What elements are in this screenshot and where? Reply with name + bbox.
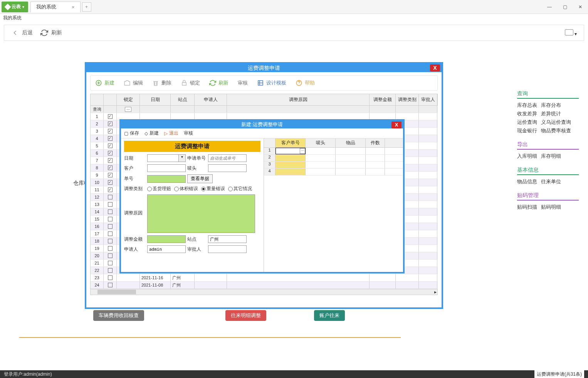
col-approver[interactable]: 审批人 — [419, 94, 437, 105]
checkbox[interactable] — [108, 143, 113, 148]
checkbox[interactable] — [108, 231, 113, 236]
sidebar-link[interactable]: 库存总表 — [517, 102, 537, 109]
main-window-close[interactable]: X — [430, 64, 440, 71]
ellipsis-icon[interactable]: ··· — [300, 148, 305, 154]
col-amount[interactable]: 调整金额 — [370, 94, 396, 105]
applyno-input[interactable] — [208, 154, 247, 162]
scroll-right-icon[interactable]: ▸ — [434, 289, 437, 295]
checkbox[interactable] — [108, 224, 113, 229]
edit-button[interactable]: 编辑 — [124, 79, 143, 86]
new-button[interactable]: 新建 — [95, 79, 114, 86]
sidebar-link[interactable]: 义乌运价查询 — [541, 119, 571, 126]
customer-input[interactable] — [147, 164, 186, 172]
close-button[interactable]: ✕ — [573, 2, 588, 12]
sidebar-link[interactable]: 往来单位 — [541, 178, 561, 185]
checkbox[interactable] — [108, 195, 113, 199]
pill-vehicle[interactable]: 车辆费用收回核查 — [93, 310, 144, 321]
checkbox[interactable] — [108, 173, 113, 177]
detail-row[interactable]: 2 — [264, 155, 403, 162]
checkbox[interactable] — [108, 283, 113, 287]
audit-button-dlg[interactable]: 审核 — [184, 130, 193, 137]
dh-qty[interactable]: 件数 — [366, 138, 385, 147]
keyboard-button[interactable]: ▾ — [565, 29, 577, 37]
checkbox[interactable] — [108, 114, 113, 119]
tab-my-system[interactable]: 我的系统 × — [30, 2, 81, 12]
horizontal-scrollbar[interactable]: ▸ — [90, 289, 438, 295]
checkbox[interactable] — [108, 268, 113, 273]
col-lock[interactable]: 锁定 — [117, 94, 140, 105]
sidebar-link[interactable]: 库存分布 — [541, 102, 561, 109]
radio-volume[interactable]: 体积错误 — [174, 186, 198, 192]
lock-button[interactable]: 锁定 — [181, 79, 200, 86]
sidebar-link[interactable]: 物品信息 — [517, 178, 537, 185]
checkbox[interactable] — [108, 129, 113, 133]
close-icon[interactable]: × — [72, 4, 75, 10]
detail-row[interactable]: 1··· — [264, 148, 403, 155]
checkbox[interactable] — [108, 246, 113, 251]
checkbox[interactable] — [108, 209, 113, 214]
checkbox[interactable] — [108, 275, 113, 280]
col-applicant[interactable]: 申请人 — [195, 94, 227, 105]
sidebar-link[interactable]: 库存明细 — [541, 153, 561, 160]
audit-button[interactable]: 审核 — [238, 79, 248, 86]
mark-input[interactable] — [208, 164, 247, 172]
checkbox[interactable] — [108, 217, 113, 221]
dialog-close[interactable]: X — [391, 122, 402, 128]
sidebar-link[interactable]: 物品费率核查 — [541, 127, 571, 134]
checkbox[interactable] — [108, 180, 113, 185]
minimize-button[interactable]: — — [542, 2, 557, 12]
design-button[interactable]: 设计模板 — [257, 79, 286, 86]
date-combo[interactable]: ▾ — [147, 154, 186, 162]
amount-input[interactable] — [147, 235, 186, 243]
back-button[interactable]: 后退 — [11, 29, 33, 37]
sidebar-link[interactable]: 运价查询 — [517, 119, 537, 126]
checkbox[interactable] — [108, 136, 113, 141]
refresh-button[interactable]: 刷新 — [40, 29, 62, 37]
refresh-button-win[interactable]: 刷新 — [209, 79, 228, 86]
applicant-input[interactable] — [147, 245, 186, 253]
sidebar-link[interactable]: 现金银行 — [517, 127, 537, 134]
checkbox[interactable] — [108, 165, 113, 170]
search-lock[interactable]: ··· — [117, 106, 140, 113]
checkbox[interactable] — [108, 151, 113, 155]
checkbox[interactable] — [108, 253, 113, 258]
delete-button[interactable]: 删除 — [152, 79, 171, 86]
col-type[interactable]: 调整类别 — [396, 94, 419, 105]
new-button-dlg[interactable]: ◇ 新建 — [144, 130, 159, 137]
sidebar-link[interactable]: 贴码明细 — [541, 204, 561, 211]
detail-row[interactable]: 3 — [264, 162, 403, 169]
col-site[interactable]: 站点 — [171, 94, 195, 105]
ellipsis-icon[interactable]: ··· — [125, 107, 131, 112]
checkbox[interactable] — [108, 202, 113, 207]
dh-customer-no[interactable]: 客户单号 — [276, 138, 306, 147]
exit-button[interactable]: ▷ 退出 — [164, 130, 178, 137]
radio-weight[interactable]: 重量错误 — [201, 186, 225, 192]
sidebar-link[interactable]: 入库明细 — [517, 153, 537, 160]
reason-textarea[interactable] — [147, 194, 255, 233]
view-order-button[interactable]: 查看单据 — [187, 174, 213, 183]
detail-row[interactable]: 4 — [264, 169, 403, 176]
checkbox[interactable] — [108, 122, 113, 126]
checkbox[interactable] — [108, 187, 113, 192]
tab-add-button[interactable]: + — [82, 2, 91, 12]
site-input[interactable] — [208, 235, 247, 243]
checkbox[interactable] — [108, 239, 113, 243]
sidebar-link[interactable]: 收发差异 — [517, 110, 537, 117]
radio-other[interactable]: 其它情况 — [228, 186, 252, 192]
dh-goods[interactable]: 物品 — [336, 138, 366, 147]
radio-lost[interactable]: 丢货理赔 — [147, 186, 171, 192]
help-button[interactable]: 帮助 — [296, 79, 315, 86]
pill-detail[interactable]: 往来明细调整 — [225, 310, 266, 321]
orderno-input[interactable] — [147, 175, 186, 183]
scrollbar-thumb[interactable] — [97, 290, 136, 294]
approver-input[interactable] — [208, 245, 247, 253]
table-row[interactable]: 242021-11-08广州 — [90, 282, 438, 289]
pill-account[interactable]: 账户往来 — [314, 310, 345, 321]
dh-mark[interactable]: 唛头 — [306, 138, 336, 147]
checkbox[interactable] — [108, 261, 113, 265]
maximize-button[interactable]: ▢ — [557, 2, 573, 12]
sidebar-link[interactable]: 差异统计 — [541, 110, 561, 117]
checkbox[interactable] — [108, 158, 113, 163]
save-button[interactable]: ▢ 保存 — [124, 130, 139, 137]
col-date[interactable]: 日期 — [140, 94, 171, 105]
